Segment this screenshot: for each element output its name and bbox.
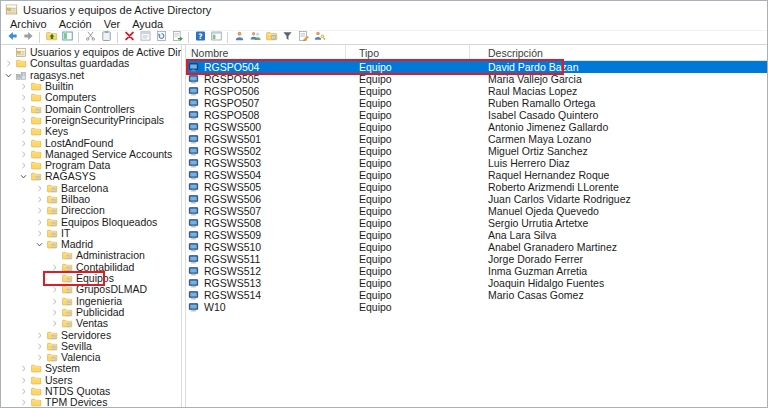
new-organizational-unit-button[interactable] bbox=[263, 31, 279, 44]
show-console-tree-button[interactable] bbox=[59, 31, 75, 44]
chevron-collapsed-icon[interactable] bbox=[34, 217, 45, 228]
chevron-collapsed-icon[interactable] bbox=[18, 363, 29, 374]
paste-button[interactable] bbox=[98, 31, 114, 44]
list-row-rgsws508[interactable]: RGSWS508EquipoSergio Urrutia Artetxe bbox=[186, 217, 767, 229]
chevron-expanded-icon[interactable] bbox=[3, 70, 14, 81]
chevron-collapsed-icon[interactable] bbox=[49, 284, 60, 295]
chevron-collapsed-icon[interactable] bbox=[34, 352, 45, 363]
tree-item-gruposdlmad[interactable]: GruposDLMAD bbox=[1, 284, 181, 295]
list-row-rgsws507[interactable]: RGSWS507EquipoManuel Ojeda Quevedo bbox=[186, 205, 767, 217]
filter-button[interactable] bbox=[279, 31, 295, 44]
chevron-collapsed-icon[interactable] bbox=[18, 81, 29, 92]
menu-ver[interactable]: Ver bbox=[98, 18, 127, 30]
folder-icon bbox=[29, 160, 42, 171]
tree-item-ventas[interactable]: Ventas bbox=[1, 318, 181, 329]
new-user-button[interactable] bbox=[231, 31, 247, 44]
tree-item-barcelona[interactable]: Barcelona bbox=[1, 183, 181, 194]
chevron-collapsed-icon[interactable] bbox=[18, 397, 29, 407]
tree-item-keys[interactable]: Keys bbox=[1, 126, 181, 137]
chevron-collapsed-icon[interactable] bbox=[18, 138, 29, 149]
chevron-collapsed-icon[interactable] bbox=[34, 194, 45, 205]
refresh-button[interactable] bbox=[153, 31, 169, 44]
column-header-tipo[interactable]: Tipo bbox=[346, 45, 470, 60]
list-row-rgspo507[interactable]: RGSPO507EquipoRuben Ramallo Ortega bbox=[186, 97, 767, 109]
forward-button[interactable] bbox=[20, 31, 36, 44]
tree-item-system[interactable]: System bbox=[1, 363, 181, 374]
tree-item-ragasys-net[interactable]: ragasys.net bbox=[1, 70, 181, 81]
chevron-collapsed-icon[interactable] bbox=[49, 262, 60, 273]
console-window-button[interactable] bbox=[208, 31, 224, 44]
list-row-rgsws501[interactable]: RGSWS501EquipoCarmen Maya Lozano bbox=[186, 133, 767, 145]
list-row-rgsws505[interactable]: RGSWS505EquipoRoberto Arizmendi LLorente bbox=[186, 181, 767, 193]
menu-archivo[interactable]: Archivo bbox=[4, 18, 53, 30]
chevron-collapsed-icon[interactable] bbox=[18, 92, 29, 103]
tree-item-computers[interactable]: Computers bbox=[1, 92, 181, 103]
chevron-collapsed-icon[interactable] bbox=[18, 149, 29, 160]
list-row-rgsws504[interactable]: RGSWS504EquipoRaquel Hernandez Roque bbox=[186, 169, 767, 181]
ou-icon bbox=[60, 273, 73, 284]
list-row-rgsws510[interactable]: RGSWS510EquipoAnabel Granadero Martinez bbox=[186, 241, 767, 253]
tree-item-valencia[interactable]: Valencia bbox=[1, 352, 181, 363]
chevron-collapsed-icon[interactable] bbox=[18, 375, 29, 386]
menu-accion[interactable]: Acción bbox=[53, 18, 98, 30]
chevron-collapsed-icon[interactable] bbox=[34, 341, 45, 352]
properties-button[interactable] bbox=[137, 31, 153, 44]
list-row-rgsws500[interactable]: RGSWS500EquipoAntonio Jimenez Gallardo bbox=[186, 121, 767, 133]
ou-icon bbox=[60, 318, 73, 329]
list-row-rgsws512[interactable]: RGSWS512EquipoInma Guzman Arretia bbox=[186, 265, 767, 277]
list-row-w10[interactable]: W10Equipo bbox=[186, 301, 767, 313]
chevron-collapsed-icon[interactable] bbox=[34, 228, 45, 239]
cut-button[interactable] bbox=[82, 31, 98, 44]
chevron-collapsed-icon[interactable] bbox=[18, 160, 29, 171]
tree-item-ragasys[interactable]: RAGASYS bbox=[1, 171, 181, 182]
chevron-collapsed-icon[interactable] bbox=[34, 205, 45, 216]
chevron-collapsed-icon[interactable] bbox=[18, 126, 29, 137]
svg-text:?: ? bbox=[198, 32, 202, 41]
tree-item-label: Equipos Bloqueados bbox=[61, 217, 157, 228]
list-row-rgsws503[interactable]: RGSWS503EquipoLuis Herrero Diaz bbox=[186, 157, 767, 169]
chevron-collapsed-icon[interactable] bbox=[18, 115, 29, 126]
list-row-rgspo506[interactable]: RGSPO506EquipoRaul Macias Lopez bbox=[186, 85, 767, 97]
list-row-rgspo508[interactable]: RGSPO508EquipoIsabel Casado Quintero bbox=[186, 109, 767, 121]
tree-item-tpm-devices[interactable]: TPM Devices bbox=[1, 397, 181, 407]
chevron-expanded-icon[interactable] bbox=[34, 239, 45, 250]
list-row-rgspo505[interactable]: RGSPO505EquipoMaria Vallejo Garcia bbox=[186, 73, 767, 85]
list-row-rgsws502[interactable]: RGSWS502EquipoMiguel Ortiz Sanchez bbox=[186, 145, 767, 157]
chevron-collapsed-icon[interactable] bbox=[49, 296, 60, 307]
chevron-collapsed-icon[interactable] bbox=[3, 58, 14, 69]
chevron-collapsed-icon[interactable] bbox=[34, 330, 45, 341]
chevron-expanded-icon[interactable] bbox=[18, 171, 29, 182]
edit-list-button[interactable] bbox=[295, 31, 311, 44]
list-row-rgsws506[interactable]: RGSWS506EquipoJuan Carlos Vidarte Rodrig… bbox=[186, 193, 767, 205]
user-key-button[interactable] bbox=[311, 31, 327, 44]
export-list-button[interactable] bbox=[169, 31, 185, 44]
computer-icon bbox=[188, 193, 200, 205]
list-row-rgspo504[interactable]: RGSPO504EquipoDavid Pardo Bazan bbox=[186, 61, 767, 73]
chevron-collapsed-icon[interactable] bbox=[18, 104, 29, 115]
menu-ayuda[interactable]: Ayuda bbox=[126, 18, 169, 30]
column-header-nombre[interactable]: Nombre bbox=[186, 45, 346, 60]
list-row-rgsws511[interactable]: RGSWS511EquipoJorge Dorado Ferrer bbox=[186, 253, 767, 265]
list-row-rgsws509[interactable]: RGSWS509EquipoAna Lara Silva bbox=[186, 229, 767, 241]
tree-item-equipos-bloqueados[interactable]: Equipos Bloqueados bbox=[1, 216, 181, 227]
ou-icon bbox=[60, 250, 73, 261]
tree-item-consultas-guardadas[interactable]: Consultas guardadas bbox=[1, 58, 181, 69]
tree-item-lostandfound[interactable]: LostAndFound bbox=[1, 137, 181, 148]
chevron-collapsed-icon[interactable] bbox=[49, 318, 60, 329]
up-one-level-button[interactable] bbox=[43, 31, 59, 44]
list-row-rgsws514[interactable]: RGSWS514EquipoMario Casas Gomez bbox=[186, 289, 767, 301]
column-header-descripcion[interactable]: Descripción bbox=[470, 45, 767, 60]
chevron-collapsed-icon[interactable] bbox=[49, 307, 60, 318]
row-description: Joaquin Hidalgo Fuentes bbox=[470, 277, 767, 289]
tree-item-direccion[interactable]: Direccion bbox=[1, 205, 181, 216]
delete-button[interactable] bbox=[121, 31, 137, 44]
new-group-button[interactable] bbox=[247, 31, 263, 44]
tree-item-label: Administracion bbox=[76, 250, 145, 261]
tree-item-foreignsecurityprincipals[interactable]: ForeignSecurityPrincipals bbox=[1, 115, 181, 126]
back-button[interactable] bbox=[4, 31, 20, 44]
help-button[interactable]: ? bbox=[192, 31, 208, 44]
list-row-rgsws513[interactable]: RGSWS513EquipoJoaquin Hidalgo Fuentes bbox=[186, 277, 767, 289]
chevron-collapsed-icon[interactable] bbox=[34, 183, 45, 194]
chevron-collapsed-icon[interactable] bbox=[18, 386, 29, 397]
tree-item-administracion[interactable]: Administracion bbox=[1, 250, 181, 261]
